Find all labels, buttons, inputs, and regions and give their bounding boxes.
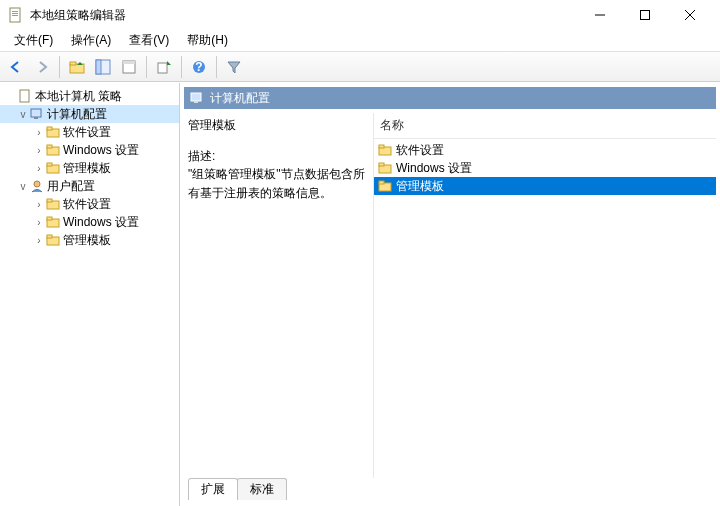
tree-u-windows[interactable]: › Windows 设置 (0, 213, 179, 231)
menu-action[interactable]: 操作(A) (63, 30, 119, 51)
expand-icon[interactable]: › (32, 127, 46, 138)
folder-icon (46, 143, 60, 157)
forward-button[interactable] (30, 55, 54, 79)
tree-pane[interactable]: 本地计算机 策略 v 计算机配置 › 软件设置 › Windows 设置 › 管… (0, 83, 180, 506)
svg-rect-23 (47, 145, 52, 148)
svg-rect-28 (47, 199, 52, 202)
tab-standard[interactable]: 标准 (237, 478, 287, 500)
svg-text:?: ? (195, 60, 202, 74)
svg-rect-11 (96, 60, 101, 74)
svg-rect-3 (12, 15, 18, 16)
svg-rect-2 (12, 13, 18, 14)
svg-rect-33 (191, 93, 201, 101)
list-item[interactable]: 管理模板 (374, 177, 716, 195)
description-body: "组策略管理模板"节点数据包含所有基于注册表的策略信息。 (188, 165, 365, 203)
folder-icon (378, 179, 392, 193)
expand-icon[interactable]: › (32, 163, 46, 174)
tree-label: 计算机配置 (47, 106, 107, 123)
list-pane: 名称 软件设置Windows 设置管理模板 (374, 113, 716, 478)
svg-rect-13 (123, 61, 135, 64)
list-item[interactable]: 软件设置 (374, 141, 716, 159)
svg-point-26 (34, 181, 40, 187)
tree-c-admin[interactable]: › 管理模板 (0, 159, 179, 177)
svg-rect-32 (47, 235, 52, 238)
description-label: 描述: (188, 148, 365, 165)
svg-rect-40 (379, 181, 384, 184)
tree-label: 管理模板 (63, 232, 111, 249)
tree-computer-config[interactable]: v 计算机配置 (0, 105, 179, 123)
content-header-title: 计算机配置 (210, 90, 270, 107)
svg-rect-34 (194, 101, 198, 103)
tree-label: 软件设置 (63, 196, 111, 213)
properties-button[interactable] (117, 55, 141, 79)
tree-c-software[interactable]: › 软件设置 (0, 123, 179, 141)
svg-rect-30 (47, 217, 52, 220)
export-list-button[interactable] (152, 55, 176, 79)
minimize-button[interactable] (577, 1, 622, 29)
up-button[interactable] (65, 55, 89, 79)
tree-root[interactable]: 本地计算机 策略 (0, 87, 179, 105)
menu-help[interactable]: 帮助(H) (179, 30, 236, 51)
svg-rect-9 (70, 62, 76, 65)
expand-icon[interactable]: › (32, 217, 46, 228)
tree-c-windows[interactable]: › Windows 设置 (0, 141, 179, 159)
tree-label: Windows 设置 (63, 214, 139, 231)
menu-view[interactable]: 查看(V) (121, 30, 177, 51)
tree-label: Windows 设置 (63, 142, 139, 159)
main-area: 本地计算机 策略 v 计算机配置 › 软件设置 › Windows 设置 › 管… (0, 82, 720, 506)
folder-icon (378, 161, 392, 175)
svg-rect-38 (379, 163, 384, 166)
maximize-button[interactable] (622, 1, 667, 29)
list-item-label: 软件设置 (396, 142, 444, 159)
computer-icon (190, 91, 204, 105)
tree-u-software[interactable]: › 软件设置 (0, 195, 179, 213)
list-item-label: Windows 设置 (396, 160, 472, 177)
policy-icon (18, 89, 32, 103)
help-button[interactable]: ? (187, 55, 211, 79)
column-header-name[interactable]: 名称 (374, 113, 716, 139)
list-item[interactable]: Windows 设置 (374, 159, 716, 177)
app-icon (8, 7, 24, 23)
back-button[interactable] (4, 55, 28, 79)
svg-rect-17 (20, 90, 29, 102)
menubar: 文件(F) 操作(A) 查看(V) 帮助(H) (0, 30, 720, 52)
collapse-icon[interactable]: v (16, 109, 30, 120)
tab-extended[interactable]: 扩展 (188, 478, 238, 500)
tree-label: 本地计算机 策略 (35, 88, 122, 105)
collapse-icon[interactable]: v (16, 181, 30, 192)
folder-icon (46, 197, 60, 211)
folder-icon (378, 143, 392, 157)
folder-icon (46, 125, 60, 139)
tree-u-admin[interactable]: › 管理模板 (0, 231, 179, 249)
svg-rect-5 (640, 11, 649, 20)
svg-rect-18 (31, 109, 41, 117)
expand-icon[interactable]: › (32, 235, 46, 246)
svg-rect-14 (158, 63, 167, 73)
window-title: 本地组策略编辑器 (30, 7, 577, 24)
svg-rect-36 (379, 145, 384, 148)
tree-user-config[interactable]: v 用户配置 (0, 177, 179, 195)
close-button[interactable] (667, 1, 712, 29)
tree-label: 软件设置 (63, 124, 111, 141)
list-item-label: 管理模板 (396, 178, 444, 195)
folder-icon (46, 161, 60, 175)
view-tabs: 扩展 标准 (184, 478, 716, 502)
toolbar: ? (0, 52, 720, 82)
computer-icon (30, 107, 44, 121)
filter-button[interactable] (222, 55, 246, 79)
svg-rect-21 (47, 127, 52, 130)
tree-label: 管理模板 (63, 160, 111, 177)
show-hide-tree-button[interactable] (91, 55, 115, 79)
expand-icon[interactable]: › (32, 145, 46, 156)
folder-icon (46, 233, 60, 247)
description-title: 管理模板 (188, 117, 365, 134)
content-header: 计算机配置 (184, 87, 716, 109)
svg-rect-25 (47, 163, 52, 166)
right-pane: 计算机配置 管理模板 描述: "组策略管理模板"节点数据包含所有基于注册表的策略… (180, 83, 720, 506)
tree-label: 用户配置 (47, 178, 95, 195)
description-pane: 管理模板 描述: "组策略管理模板"节点数据包含所有基于注册表的策略信息。 (184, 113, 374, 478)
titlebar: 本地组策略编辑器 (0, 0, 720, 30)
expand-icon[interactable]: › (32, 199, 46, 210)
menu-file[interactable]: 文件(F) (6, 30, 61, 51)
user-icon (30, 179, 44, 193)
